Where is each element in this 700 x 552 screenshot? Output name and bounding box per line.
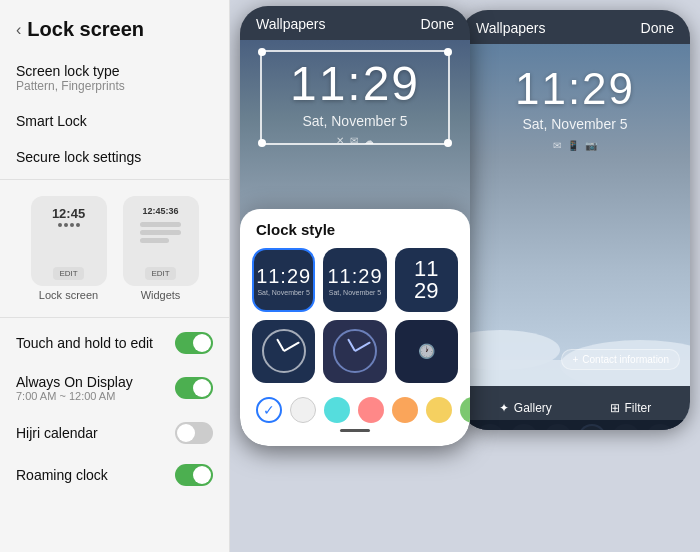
- preview-dots: [58, 223, 80, 227]
- roaming-clock-label: Roaming clock: [16, 467, 108, 483]
- color-swatch-check[interactable]: ✓: [256, 397, 282, 423]
- lock-screen-title: Lock screen: [27, 18, 144, 41]
- analog-clock-2: [333, 329, 377, 373]
- touch-hold-toggle-row[interactable]: Touch and hold to edit: [0, 322, 229, 364]
- clock-option-3[interactable]: 11 29: [395, 248, 458, 311]
- divider-2: [0, 317, 229, 318]
- camera-icon: 📷: [585, 140, 597, 151]
- phone-front-icons: ✕ ✉ ☁: [336, 135, 374, 146]
- lock-screen-preview[interactable]: 12:45 EDIT: [31, 196, 107, 286]
- widgets-edit-btn[interactable]: EDIT: [145, 267, 175, 280]
- preview-widget-time: 12:45:36: [142, 206, 178, 216]
- always-on-toggle-row[interactable]: Always On Display 7:00 AM ~ 12:00 AM: [0, 364, 229, 412]
- lock-screen-edit-btn[interactable]: EDIT: [53, 267, 83, 280]
- phone-front-time: 11:29: [290, 56, 420, 111]
- color-swatch-green[interactable]: [460, 397, 470, 423]
- clock-option-1[interactable]: 11:29 Sat, November 5: [252, 248, 315, 311]
- roaming-clock-toggle[interactable]: [175, 464, 213, 486]
- clock-opt6-icon: 🕐: [418, 343, 435, 359]
- preview-area: 12:45 EDIT Lock screen 12:45:36: [0, 184, 229, 313]
- clock-option-2[interactable]: 11:29 Sat, November 5: [323, 248, 386, 311]
- phone-back-date: Sat, November 5: [522, 116, 627, 132]
- color-swatch-cyan[interactable]: [324, 397, 350, 423]
- phone-front-mockup: Wallpapers Done 11:29 Sat, November 5 ✕ …: [240, 6, 470, 446]
- widgets-preview[interactable]: 12:45:36 EDIT: [123, 196, 199, 286]
- clock-style-popup: Clock style 11:29 Sat, November 5 11:29 …: [240, 209, 470, 446]
- color-swatch-orange[interactable]: [392, 397, 418, 423]
- back-arrow-icon: ‹: [16, 21, 21, 39]
- clock-option-4[interactable]: [252, 320, 315, 383]
- selection-corner-bl: [258, 139, 266, 147]
- color-swatch-white[interactable]: [290, 397, 316, 423]
- filter-icon: ⊞: [610, 401, 620, 415]
- back-header[interactable]: ‹ Lock screen: [0, 10, 229, 53]
- phone-front-header: Wallpapers Done: [240, 6, 470, 40]
- hijri-label: Hijri calendar: [16, 425, 98, 441]
- gallery-icon: ✦: [499, 401, 509, 415]
- clock-opt2-time: 11:29: [327, 265, 382, 288]
- touch-hold-toggle[interactable]: [175, 332, 213, 354]
- secure-lock-item[interactable]: Secure lock settings: [0, 139, 229, 175]
- filter-label: Filter: [625, 401, 652, 415]
- clock-opt1-date: Sat, November 5: [257, 289, 310, 296]
- phone-front-wallpapers-label: Wallpapers: [256, 16, 326, 32]
- clock-opt3-time2: 29: [414, 280, 438, 302]
- front-icon-2: ✉: [350, 135, 358, 146]
- screen-lock-type-label: Screen lock type: [16, 63, 213, 79]
- always-on-label: Always On Display: [16, 374, 133, 390]
- phone-back-time: 11:29: [515, 64, 635, 114]
- gallery-label: Gallery: [514, 401, 552, 415]
- secure-lock-label: Secure lock settings: [16, 149, 213, 165]
- contact-info-btn[interactable]: + Contact information: [561, 349, 680, 370]
- front-icon-1: ✕: [336, 135, 344, 146]
- phone-back-bottom: ✦ Gallery ⊞ Filter: [460, 386, 690, 430]
- phone-back-screen: 11:29 Sat, November 5 ✉ 📱 📷 + Contact in…: [460, 44, 690, 420]
- hijri-toggle[interactable]: [175, 422, 213, 444]
- phone-icon: 📱: [567, 140, 579, 151]
- filter-btn[interactable]: ⊞ Filter: [610, 401, 652, 415]
- toggle-knob-3: [177, 424, 195, 442]
- phone-front-date: Sat, November 5: [302, 113, 407, 129]
- widgets-preview-label: Widgets: [141, 289, 181, 301]
- color-swatch-yellow[interactable]: [426, 397, 452, 423]
- toggle-knob: [193, 334, 211, 352]
- clock-options-grid: 11:29 Sat, November 5 11:29 Sat, Novembe…: [252, 248, 458, 383]
- front-icon-3: ☁: [364, 135, 374, 146]
- clock-opt2-date: Sat, November 5: [329, 289, 382, 296]
- roaming-clock-toggle-row[interactable]: Roaming clock: [0, 454, 229, 496]
- selection-corner-tl: [258, 48, 266, 56]
- toggle-knob-2: [193, 379, 211, 397]
- color-swatch-row: ✓: [252, 393, 458, 427]
- plus-icon: +: [572, 354, 578, 365]
- clock-opt3-stacked: 11 29: [414, 258, 438, 302]
- preview-widget-lines: [140, 222, 181, 243]
- selection-corner-br: [444, 139, 452, 147]
- message-icon: ✉: [553, 140, 561, 151]
- clock-opt1-time: 11:29: [256, 265, 311, 288]
- hijri-toggle-row[interactable]: Hijri calendar: [0, 412, 229, 454]
- screen-lock-type-sub: Pattern, Fingerprints: [16, 79, 213, 93]
- phone-back-wallpapers-label: Wallpapers: [476, 20, 546, 36]
- touch-hold-label: Touch and hold to edit: [16, 335, 153, 351]
- always-on-toggle[interactable]: [175, 377, 213, 399]
- phone-back-done-btn[interactable]: Done: [641, 20, 674, 36]
- selection-corner-tr: [444, 48, 452, 56]
- gallery-btn[interactable]: ✦ Gallery: [499, 401, 552, 415]
- analog-clock-1: [262, 329, 306, 373]
- preview-lock-time: 12:45: [52, 206, 85, 221]
- smart-lock-item[interactable]: Smart Lock: [0, 103, 229, 139]
- lock-screen-preview-label: Lock screen: [39, 289, 98, 301]
- clock-option-6[interactable]: 🕐: [395, 320, 458, 383]
- phone-indicator: [340, 429, 370, 432]
- phone-front-done-btn[interactable]: Done: [421, 16, 454, 32]
- contact-info-label: Contact information: [582, 354, 669, 365]
- color-swatch-pink[interactable]: [358, 397, 384, 423]
- screen-lock-type-item[interactable]: Screen lock type Pattern, Fingerprints: [0, 53, 229, 103]
- minute-hand-1: [283, 342, 299, 352]
- main-area: Wallpapers Done 11:29 Sat, November 5 ✉ …: [230, 0, 700, 552]
- phone-back-icons: ✉ 📱 📷: [553, 140, 597, 151]
- clock-option-5[interactable]: [323, 320, 386, 383]
- clock-style-title: Clock style: [252, 221, 458, 238]
- always-on-sub: 7:00 AM ~ 12:00 AM: [16, 390, 133, 402]
- toggle-knob-4: [193, 466, 211, 484]
